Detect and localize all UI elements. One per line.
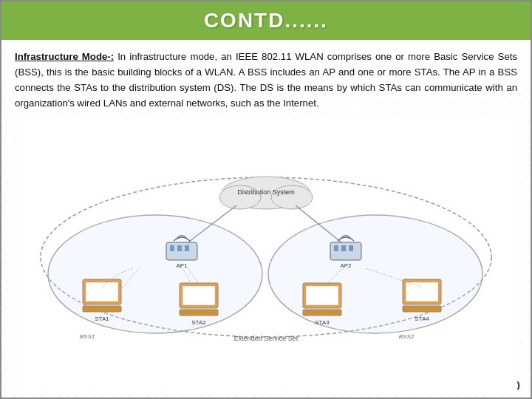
svg-text:BSS2: BSS2 — [399, 333, 415, 340]
svg-text:BSS1: BSS1 — [80, 333, 95, 340]
diagram-container: Distribution System AP1 — [15, 119, 517, 392]
svg-point-2 — [268, 215, 482, 333]
svg-rect-24 — [183, 286, 215, 305]
svg-rect-32 — [406, 282, 438, 301]
svg-rect-16 — [341, 245, 346, 251]
svg-rect-12 — [185, 245, 189, 251]
svg-text:Extended Service Set: Extended Service Set — [234, 335, 299, 342]
svg-rect-15 — [334, 245, 338, 251]
svg-text:AP2: AP2 — [340, 262, 352, 269]
svg-rect-25 — [180, 310, 218, 316]
term-label: Infrastructure Mode-: — [15, 51, 114, 62]
svg-rect-20 — [86, 282, 118, 301]
slide: CONTD...... Infrastructure Mode-: In inf… — [0, 0, 532, 399]
svg-text:STA4: STA4 — [415, 316, 429, 322]
svg-rect-17 — [349, 245, 353, 251]
svg-text:Distribution System: Distribution System — [237, 188, 295, 196]
svg-text:STA2: STA2 — [191, 319, 206, 326]
svg-rect-21 — [83, 306, 121, 312]
svg-text:STA1: STA1 — [95, 316, 109, 322]
diagram-svg: Distribution System AP1 — [37, 165, 495, 346]
svg-rect-33 — [403, 306, 441, 312]
slide-content: Infrastructure Mode-: In infrastructure … — [1, 40, 531, 398]
svg-rect-28 — [306, 286, 338, 305]
slide-header: CONTD...... — [1, 1, 531, 40]
svg-text:STA3: STA3 — [315, 319, 330, 326]
svg-rect-29 — [303, 310, 341, 316]
slide-title: CONTD...... — [1, 9, 531, 33]
main-text: Infrastructure Mode-: In infrastructure … — [15, 49, 517, 112]
svg-rect-10 — [170, 245, 174, 251]
svg-point-1 — [48, 215, 262, 333]
svg-rect-11 — [177, 245, 182, 251]
